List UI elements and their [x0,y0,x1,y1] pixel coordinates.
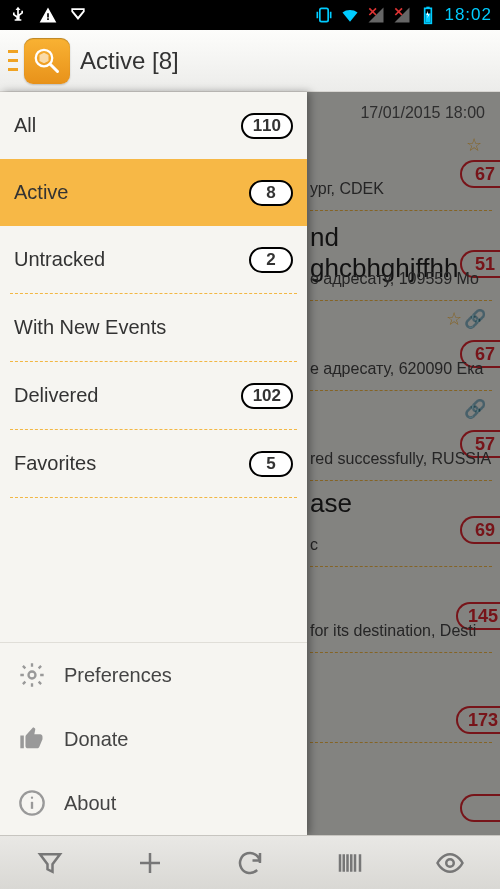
svg-point-5 [29,672,36,679]
watch-button[interactable] [400,836,500,889]
nav-label: All [14,114,36,137]
nav-count: 8 [249,180,293,206]
signal-1-icon [366,5,386,25]
nav-count: 102 [241,383,293,409]
svg-point-8 [31,797,33,799]
barcode-button[interactable] [300,836,400,889]
nav-count: 2 [249,247,293,273]
nav-label: Donate [64,728,129,751]
gear-icon [18,661,46,689]
nav-item-all[interactable]: All 110 [0,92,307,159]
drawer-footer: Preferences Donate About [0,642,307,835]
menu-icon[interactable] [8,41,18,81]
wifi-icon [340,5,360,25]
info-icon [18,789,46,817]
nav-count: 5 [249,451,293,477]
nav-label: With New Events [14,316,166,339]
battery-icon [418,5,438,25]
thumb-up-icon [18,725,46,753]
usb-icon [8,5,28,25]
nav-item-delivered[interactable]: Delivered 102 [0,362,307,429]
nav-count: 110 [241,113,293,139]
play-store-icon [68,5,88,25]
nav-item-active[interactable]: Active 8 [0,159,307,226]
nav-label: Delivered [14,384,98,407]
nav-item-new-events[interactable]: With New Events [0,294,307,361]
action-bar: Active [8] [0,30,500,92]
nav-label: About [64,792,116,815]
filter-button[interactable] [0,836,100,889]
signal-2-icon [392,5,412,25]
bottom-toolbar [0,835,500,889]
navigation-drawer: All 110 Active 8 Untracked 2 With New Ev… [0,92,307,835]
nav-label: Preferences [64,664,172,687]
nav-label: Favorites [14,452,96,475]
add-button[interactable] [100,836,200,889]
warning-icon [38,5,58,25]
app-icon [24,38,70,84]
nav-item-about[interactable]: About [0,771,307,835]
content-area: 17/01/2015 18:00 ☆ 67 ург, CDEK nd ghcbh… [0,92,500,835]
svg-rect-0 [320,8,328,21]
vibrate-icon [314,5,334,25]
nav-item-untracked[interactable]: Untracked 2 [0,226,307,293]
nav-item-donate[interactable]: Donate [0,707,307,771]
nav-item-preferences[interactable]: Preferences [0,643,307,707]
refresh-button[interactable] [200,836,300,889]
svg-point-9 [446,859,454,867]
nav-label: Active [14,181,68,204]
page-title: Active [8] [80,47,179,75]
nav-label: Untracked [14,248,105,271]
drawer-scrim[interactable] [307,92,500,835]
nav-item-favorites[interactable]: Favorites 5 [0,430,307,497]
status-bar: 18:02 [0,0,500,30]
clock: 18:02 [444,5,492,25]
svg-rect-2 [427,7,430,9]
